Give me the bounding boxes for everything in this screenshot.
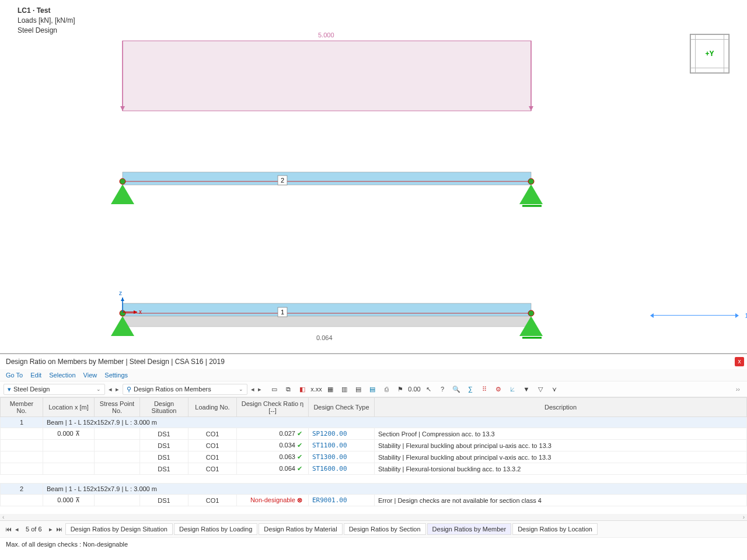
table-row[interactable]: DS1CO10.063 ✔ST1300.00Stability | Flexur… xyxy=(1,452,747,463)
table-row[interactable]: 0.000 ⊼DS1CO10.027 ✔SP1200.00Section Pro… xyxy=(1,428,747,440)
record-nav[interactable]: ⏮◂ 5 of 6 ▸⏭ xyxy=(4,526,64,533)
zoom-icon[interactable]: 🔍 xyxy=(451,383,462,395)
table-icon[interactable]: ▦ xyxy=(324,383,336,395)
svg-text:1: 1 xyxy=(281,309,284,316)
palette-icon[interactable]: ◧ xyxy=(296,383,308,395)
footer-tab[interactable]: Design Ratios by Section xyxy=(344,523,426,535)
col-ratio[interactable]: Design Check Ratio η [--] xyxy=(237,398,309,417)
cursor-icon[interactable]: ↖ xyxy=(423,383,434,395)
svg-rect-15 xyxy=(123,303,531,316)
chart-icon[interactable]: ⟀ xyxy=(507,383,518,395)
table-row[interactable]: 0.000 ⊼DS1CO1Non-designable ⊗ER9001.00Er… xyxy=(1,495,747,506)
col-stress[interactable]: Stress Point No. xyxy=(95,398,140,417)
col-type[interactable]: Design Check Type xyxy=(309,398,375,417)
list-icon[interactable]: ▤ xyxy=(366,383,378,395)
col-situation[interactable]: Design Situation xyxy=(140,398,189,417)
col-location[interactable]: Location x [m] xyxy=(43,398,95,417)
hscroll[interactable]: ‹› xyxy=(0,514,747,520)
svg-point-19 xyxy=(528,310,534,316)
model-svg: 5.000 2 1 0.064 x z xyxy=(0,0,560,350)
svg-text:5.000: 5.000 xyxy=(318,32,334,38)
nav-arrows-1[interactable]: ◂▸ xyxy=(107,386,120,393)
gear-icon[interactable]: ⚙ xyxy=(493,383,504,395)
panel-navbar: ▾Steel Design⌄ ◂▸ ⚲Design Ratios on Memb… xyxy=(0,382,747,397)
footer-tab[interactable]: Design Ratios by Design Situation xyxy=(65,523,173,535)
flag-icon[interactable]: ⚑ xyxy=(395,383,406,395)
table-row[interactable]: DS1CO10.064 ✔ST1600.00Stability | Flexur… xyxy=(1,463,747,475)
svg-text:z: z xyxy=(119,290,122,296)
tree-selector[interactable]: ▾Steel Design⌄ xyxy=(4,384,105,395)
filter-icon[interactable]: ▼ xyxy=(521,383,532,395)
column-icon[interactable]: ▤ xyxy=(352,383,364,395)
menu-view[interactable]: View xyxy=(83,372,97,379)
svg-point-9 xyxy=(528,178,534,184)
svg-text:x: x xyxy=(139,309,142,315)
help-icon[interactable]: ? xyxy=(437,383,448,395)
print-icon[interactable]: ⎙ xyxy=(381,383,392,395)
axis-indicator: +Y xyxy=(690,34,729,74)
svg-rect-16 xyxy=(123,316,531,327)
results-table: Member No. Location x [m] Stress Point N… xyxy=(0,397,747,514)
footer-tab[interactable]: Design Ratios by Loading xyxy=(174,523,257,535)
panel-menubar: Go To Edit Selection View Settings xyxy=(0,369,747,382)
footer-tab[interactable]: Design Ratios by Location xyxy=(512,523,598,535)
subtab-selector[interactable]: ⚲Design Ratios on Members⌄ xyxy=(123,384,247,395)
toolbar-icons: ▭ ⧉ ◧ x.xx ▦ ▥ ▤ ▤ ⎙ ⚑ 0.00 ↖ ? 🔍 ∑ ⠿ ⚙ … xyxy=(268,383,560,395)
menu-selection[interactable]: Selection xyxy=(49,372,75,379)
menu-edit[interactable]: Edit xyxy=(30,372,41,379)
panel-title-bar: Design Ratio on Members by Member | Stee… xyxy=(0,354,747,369)
svg-marker-30 xyxy=(121,298,124,301)
bar-icon[interactable]: ▥ xyxy=(338,383,350,395)
model-viewport[interactable]: LC1 · Test Loads [kN], [kN/m] Steel Desi… xyxy=(0,0,747,354)
footer-tab[interactable]: Design Ratios by Material xyxy=(259,523,342,535)
panel-title: Design Ratio on Members by Member | Stee… xyxy=(6,358,225,366)
svg-text:2: 2 xyxy=(281,177,284,184)
svg-rect-0 xyxy=(123,41,531,111)
svg-rect-6 xyxy=(123,172,531,185)
menu-goto[interactable]: Go To xyxy=(6,372,23,379)
svg-text:0.064: 0.064 xyxy=(316,334,333,341)
col-member[interactable]: Member No. xyxy=(1,398,43,417)
select-icon[interactable]: ▭ xyxy=(268,383,280,395)
filter3-icon[interactable]: ⋎ xyxy=(549,383,560,395)
filter2-icon[interactable]: ▽ xyxy=(535,383,546,395)
scale-bar: 10.000 xyxy=(654,315,735,323)
expand-icon[interactable]: ›› xyxy=(732,386,743,393)
digits-icon[interactable]: 0.00 xyxy=(409,383,420,395)
group-row[interactable]: 1Beam | 1 - L 152x152x7.9 | L : 3.000 m xyxy=(1,417,747,428)
status-bar: Max. of all design checks : Non-designab… xyxy=(0,537,747,551)
svg-point-8 xyxy=(120,178,125,184)
sum-icon[interactable]: ∑ xyxy=(465,383,476,395)
footer-tabs: ⏮◂ 5 of 6 ▸⏭ Design Ratios by Design Sit… xyxy=(0,520,747,537)
table-row[interactable]: DS1CO10.034 ✔ST1100.00Stability | Flexur… xyxy=(1,440,747,452)
copy-icon[interactable]: ⧉ xyxy=(282,383,294,395)
footer-tab[interactable]: Design Ratios by Member xyxy=(427,523,512,535)
format-icon[interactable]: x.xx xyxy=(310,383,322,395)
nav-arrows-2[interactable]: ◂▸ xyxy=(250,386,263,393)
svg-marker-10 xyxy=(111,184,134,204)
dots-icon[interactable]: ⠿ xyxy=(479,383,490,395)
menu-settings[interactable]: Settings xyxy=(104,372,128,379)
close-icon[interactable]: x xyxy=(735,357,744,366)
results-table-wrap[interactable]: Member No. Location x [m] Stress Point N… xyxy=(0,397,747,514)
col-loading[interactable]: Loading No. xyxy=(189,398,237,417)
group-row[interactable]: 2Beam | 1 - L 152x152x7.9 | L : 3.000 m xyxy=(1,484,747,495)
col-desc[interactable]: Description xyxy=(375,398,747,417)
svg-marker-11 xyxy=(519,184,543,204)
